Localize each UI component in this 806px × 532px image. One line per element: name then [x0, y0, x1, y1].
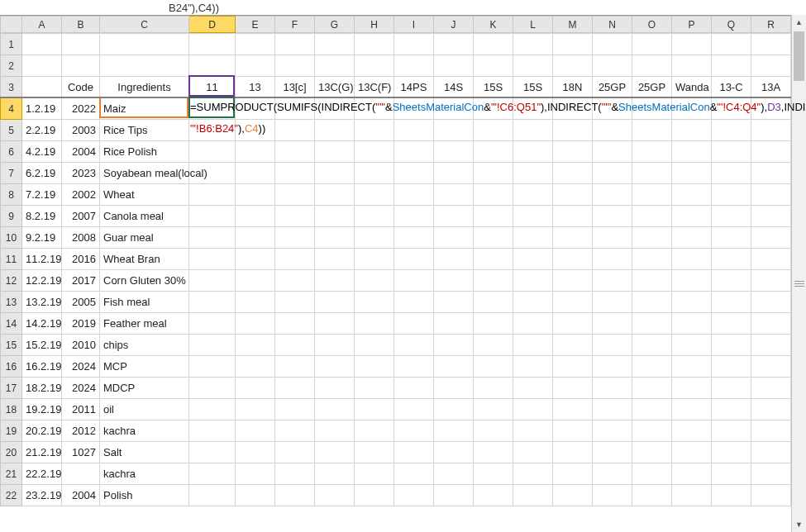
cell-O20[interactable]	[632, 442, 672, 463]
cell-O18[interactable]	[632, 399, 672, 420]
cell-G16[interactable]	[315, 356, 355, 378]
cell-Q4[interactable]	[712, 98, 751, 120]
cell-M6[interactable]	[553, 141, 593, 163]
cell-B8[interactable]: 2002	[62, 184, 100, 206]
cell-N2[interactable]	[593, 55, 632, 77]
cell-M7[interactable]	[553, 163, 593, 184]
cell-P4[interactable]	[672, 98, 712, 120]
cell-H20[interactable]	[355, 442, 394, 463]
cell-J9[interactable]	[434, 206, 474, 227]
cell-B1[interactable]	[62, 34, 100, 55]
cell-F15[interactable]	[275, 335, 315, 356]
row-header-10[interactable]: 10	[1, 227, 22, 249]
cell-L13[interactable]	[513, 292, 553, 313]
cell-A16[interactable]: 16.2.19	[22, 356, 62, 378]
row-header-18[interactable]: 18	[1, 399, 22, 420]
row-header-9[interactable]: 9	[1, 206, 22, 227]
cell-N6[interactable]	[593, 141, 632, 163]
cell-N16[interactable]	[593, 356, 632, 378]
col-header-L[interactable]: L	[513, 17, 553, 33]
cell-B20[interactable]: 1027	[62, 442, 100, 463]
cell-K11[interactable]	[474, 249, 513, 270]
cell-D2[interactable]	[189, 55, 236, 77]
cell-E17[interactable]	[236, 378, 275, 399]
cell-M1[interactable]	[553, 34, 593, 55]
cell-P22[interactable]	[672, 485, 712, 506]
cell-N3[interactable]: 25GP	[593, 77, 632, 98]
cell-H6[interactable]	[355, 141, 394, 163]
cell-K19[interactable]	[474, 420, 513, 442]
cell-I10[interactable]	[394, 227, 434, 249]
cell-G1[interactable]	[315, 34, 355, 55]
cell-F19[interactable]	[275, 420, 315, 442]
cell-O10[interactable]	[632, 227, 672, 249]
cell-I4[interactable]	[394, 98, 434, 120]
cell-J10[interactable]	[434, 227, 474, 249]
cell-M5[interactable]	[553, 120, 593, 141]
cell-O2[interactable]	[632, 55, 672, 77]
cell-B16[interactable]: 2024	[62, 356, 100, 378]
cell-A8[interactable]: 7.2.19	[22, 184, 62, 206]
row-header-21[interactable]: 21	[1, 463, 22, 485]
cell-M9[interactable]	[553, 206, 593, 227]
cell-H21[interactable]	[355, 463, 394, 485]
cell-O17[interactable]	[632, 378, 672, 399]
cell-B6[interactable]: 2004	[62, 141, 100, 163]
cell-L22[interactable]	[513, 485, 553, 506]
cell-M14[interactable]	[553, 313, 593, 335]
cell-D16[interactable]	[189, 356, 236, 378]
cell-G22[interactable]	[315, 485, 355, 506]
cell-L15[interactable]	[513, 335, 553, 356]
cell-G9[interactable]	[315, 206, 355, 227]
cell-A11[interactable]: 11.2.19	[22, 249, 62, 270]
cell-I20[interactable]	[394, 442, 434, 463]
cell-C4[interactable]: Maiz	[100, 98, 189, 120]
cell-F1[interactable]	[275, 34, 315, 55]
cell-E12[interactable]	[236, 270, 275, 292]
cell-A3[interactable]	[22, 77, 62, 98]
cell-I7[interactable]	[394, 163, 434, 184]
col-header-M[interactable]: M	[553, 17, 593, 33]
cell-E15[interactable]	[236, 335, 275, 356]
cell-P18[interactable]	[672, 399, 712, 420]
cell-M13[interactable]	[553, 292, 593, 313]
cell-F8[interactable]	[275, 184, 315, 206]
cell-E10[interactable]	[236, 227, 275, 249]
cell-D12[interactable]	[189, 270, 236, 292]
row-header-11[interactable]: 11	[1, 249, 22, 270]
cell-B18[interactable]: 2011	[62, 399, 100, 420]
cell-F5[interactable]	[275, 120, 315, 141]
cell-G3[interactable]: 13C(G)	[315, 77, 355, 98]
cell-Q22[interactable]	[712, 485, 751, 506]
cell-K4[interactable]	[474, 98, 513, 120]
cell-Q7[interactable]	[712, 163, 751, 184]
cell-P12[interactable]	[672, 270, 712, 292]
cell-L10[interactable]	[513, 227, 553, 249]
cell-Q18[interactable]	[712, 399, 751, 420]
col-header-F[interactable]: F	[275, 17, 315, 33]
cell-F6[interactable]	[275, 141, 315, 163]
cell-I17[interactable]	[394, 378, 434, 399]
col-header-N[interactable]: N	[593, 17, 632, 33]
cell-J20[interactable]	[434, 442, 474, 463]
cell-L8[interactable]	[513, 184, 553, 206]
cell-O16[interactable]	[632, 356, 672, 378]
cell-C1[interactable]	[100, 34, 189, 55]
cell-C16[interactable]: MCP	[100, 356, 189, 378]
cell-E19[interactable]	[236, 420, 275, 442]
cell-I19[interactable]	[394, 420, 434, 442]
cell-K12[interactable]	[474, 270, 513, 292]
cell-F22[interactable]	[275, 485, 315, 506]
cell-A19[interactable]: 20.2.19	[22, 420, 62, 442]
cell-O1[interactable]	[632, 34, 672, 55]
cell-N17[interactable]	[593, 378, 632, 399]
cell-N5[interactable]	[593, 120, 632, 141]
cell-C18[interactable]: oil	[100, 399, 189, 420]
cell-O13[interactable]	[632, 292, 672, 313]
cell-J18[interactable]	[434, 399, 474, 420]
cell-Q1[interactable]	[712, 34, 751, 55]
cell-C7[interactable]: Soyabean meal(local)	[100, 163, 189, 184]
cell-J6[interactable]	[434, 141, 474, 163]
cell-C20[interactable]: Salt	[100, 442, 189, 463]
cell-Q9[interactable]	[712, 206, 751, 227]
